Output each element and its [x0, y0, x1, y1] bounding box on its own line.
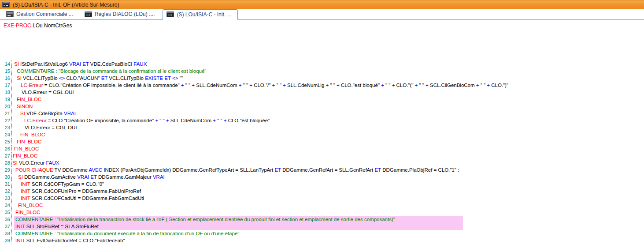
code-line-text: SI DDGamme.GamActive VRAI ET DDGamme.Gam… [12, 173, 165, 181]
tab-gestion-commerciale[interactable]: Gestion Commerciale ... [3, 9, 79, 19]
line-number: 34 [0, 202, 12, 209]
line-number: 16 [0, 75, 12, 82]
line-number: 15 [0, 68, 12, 75]
code-line-23[interactable]: 23VLO.Erreur = CGL.OUI [0, 124, 644, 131]
code-line-35[interactable]: 35FIN_BLOC [0, 209, 644, 216]
line-number: 35 [0, 209, 12, 216]
code-line-text: LC-Erreur = CLO."Création OF impossible,… [12, 117, 270, 124]
code-line-33[interactable]: 33INIT SCR.CdCOFCadUti = DDGamme.FabGamC… [0, 195, 644, 202]
tab-label: (S) LOu/ISIA-C - Init. ... [177, 11, 231, 18]
code-line-text: FIN_BLOC [12, 152, 37, 159]
code-line-27[interactable]: 27FIN_BLOC [0, 152, 644, 159]
printer-icon [6, 11, 14, 17]
code-line-34[interactable]: 34FIN_BLOC [0, 202, 644, 209]
line-number: 33 [0, 195, 12, 202]
code-line-36[interactable]: 36COMMENTAIRE : "Initialisation de la tr… [0, 216, 644, 223]
code-line-text: INIT SLL.StoFluRef = SLA.StoFluRef [12, 223, 99, 230]
line-number: 18 [0, 89, 12, 96]
line-number: 20 [0, 103, 12, 110]
code-line-text: VLO.Erreur = CGL.OUI [12, 89, 74, 96]
line-number: 23 [0, 124, 12, 131]
terminal-icon [167, 11, 174, 17]
code-line-21[interactable]: 21SI VDE.CdeBlqSta VRAI [0, 110, 644, 117]
code-line-text: INIT SCR.CdCOFCadUti = DDGamme.FabGamCad… [12, 195, 144, 202]
code-line-text: FIN_BLOC [12, 209, 40, 216]
terminal-icon [2, 2, 10, 8]
code-line-30[interactable]: 30SI DDGamme.GamActive VRAI ET DDGamme.G… [0, 173, 644, 181]
line-number: 22 [0, 117, 12, 124]
line-number: 14 [0, 60, 12, 68]
code-line-24[interactable]: 24FIN_BLOC [0, 131, 644, 138]
code-line-text: POUR CHAQUE TV DDGamme AVEC INDEX (ParAr… [12, 166, 459, 173]
line-number: 38 [0, 230, 12, 237]
code-line-18[interactable]: 18VLO.Erreur = CGL.OUI [0, 89, 644, 96]
line-number: 29 [0, 166, 12, 173]
code-line-text: FIN_BLOC [12, 96, 41, 103]
line-number: 30 [0, 173, 12, 181]
line-number: 17 [0, 82, 12, 89]
code-line-text: SI IStDefPar.IStValLog6 VRAI ET VDE.CdeP… [12, 60, 147, 68]
terminal-icon [85, 11, 92, 17]
code-line-text: FIN_BLOC [12, 202, 43, 209]
code-line-22[interactable]: 22LC-Erreur = CLO."Création OF impossibl… [0, 117, 644, 124]
code-line-text: SINON [12, 103, 33, 110]
line-number: 26 [0, 145, 12, 152]
exe-proc-keyword: EXE-PROC [4, 23, 31, 29]
code-line-19[interactable]: 19FIN_BLOC [0, 96, 644, 103]
line-number: 36 [0, 216, 12, 223]
line-number: 24 [0, 131, 12, 138]
line-number: 28 [0, 159, 12, 166]
tab-label: Règles DIALOG (LOu) :... [95, 11, 155, 17]
code-line-16[interactable]: 16SI VCL.CLITypBlo <> CLO."AUCUN" ET VCL… [0, 75, 644, 82]
code-line-text: COMMENTAIRE : "Initialisation de la tran… [12, 216, 395, 223]
code-line-text: SI VCL.CLITypBlo <> CLO."AUCUN" ET VCL.C… [12, 75, 183, 82]
code-line-38[interactable]: 38COMMENTAIRE : "Initialisation du docum… [0, 230, 644, 237]
line-number: 39 [0, 237, 12, 244]
code-line-26[interactable]: 26FIN_BLOC [0, 145, 644, 152]
window-title: (S) LOu/ISIA-C - Init. OF (Article Sur-M… [13, 2, 119, 8]
code-line-25[interactable]: 25FIN_BLOC [0, 138, 644, 145]
code-line-text: FIN_BLOC [12, 138, 41, 145]
line-number: 37 [0, 223, 12, 230]
line-number: 21 [0, 110, 12, 117]
code-line-text: FIN_BLOC [12, 145, 39, 152]
code-line-text: LC-Erreur = CLO."Création OF impossible,… [12, 82, 508, 89]
procedure-header: EXE-PROC LOu NomCtrGes [0, 20, 644, 29]
code-line-39[interactable]: 39INIT SLL.EvtDiaFabDocRef = CLO."FabDec… [0, 237, 644, 244]
code-line-28[interactable]: 28SI VLO.Erreur FAUX [0, 159, 644, 166]
code-line-32[interactable]: 32INIT SCR.CdCOFUniPro = DDGamme.FabUniP… [0, 188, 644, 195]
code-line-text: INIT SCR.CdCOFTypGam = CLO."0" [12, 181, 104, 188]
code-line-31[interactable]: 31INIT SCR.CdCOFTypGam = CLO."0" [0, 181, 644, 188]
tab-regles-dialog[interactable]: Règles DIALOG (LOu) :... [81, 9, 161, 19]
code-line-17[interactable]: 17LC-Erreur = CLO."Création OF impossibl… [0, 82, 644, 89]
code-line-text: SI VDE.CdeBlqSta VRAI [12, 110, 76, 117]
code-line-text: SI VLO.Erreur FAUX [12, 159, 59, 166]
code-line-text: INIT SCR.CdCOFUniPro = DDGamme.FabUniPro… [12, 188, 141, 195]
window-titlebar[interactable]: (S) LOu/ISIA-C - Init. OF (Article Sur-M… [0, 0, 644, 9]
code-line-text: FIN_BLOC [12, 131, 45, 138]
code-line-text: INIT SLL.EvtDiaFabDocRef = CLO."FabDecFa… [12, 237, 125, 244]
line-number: 19 [0, 96, 12, 103]
code-line-20[interactable]: 20SINON [0, 103, 644, 110]
code-line-text: VLO.Erreur = CGL.OUI [12, 124, 77, 131]
code-line-text: COMMENTAIRE : "Initialisation du documen… [12, 230, 239, 237]
code-line-14[interactable]: 14SI IStDefPar.IStValLog6 VRAI ET VDE.Cd… [0, 60, 644, 68]
line-number: 25 [0, 138, 12, 145]
line-number: 32 [0, 188, 12, 195]
code-line-29[interactable]: 29POUR CHAQUE TV DDGamme AVEC INDEX (Par… [0, 166, 644, 173]
code-line-37[interactable]: 37INIT SLL.StoFluRef = SLA.StoFluRef [0, 223, 644, 230]
tab-lou-isia-c-active[interactable]: (S) LOu/ISIA-C - Init. ... [163, 9, 238, 20]
code-line-text: COMMENTAIRE : "Blocage de la commande à … [12, 68, 206, 75]
code-lines: 14SI IStDefPar.IStValLog6 VRAI ET VDE.Cd… [0, 60, 644, 244]
procedure-name: LOu NomCtrGes [31, 23, 72, 29]
line-number: 27 [0, 152, 12, 159]
tab-label: Gestion Commerciale ... [16, 11, 73, 17]
code-line-15[interactable]: 15COMMENTAIRE : "Blocage de la commande … [0, 68, 644, 75]
line-number: 31 [0, 181, 12, 188]
code-editor[interactable]: 14SI IStDefPar.IStValLog6 VRAI ET VDE.Cd… [0, 60, 644, 244]
tab-bar: Gestion Commerciale ... Règles DIALOG (L… [0, 9, 644, 20]
